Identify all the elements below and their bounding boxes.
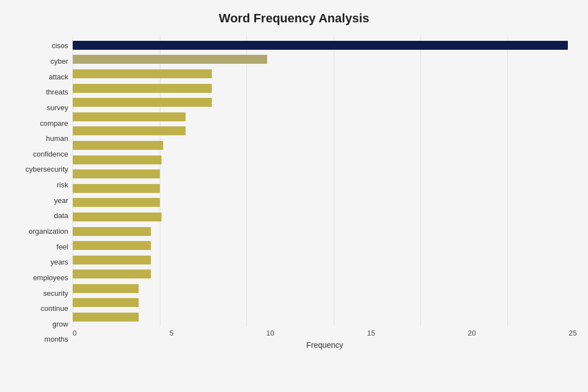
x-tick-15: 15 xyxy=(367,329,375,337)
bar-risk xyxy=(73,169,160,178)
y-label-human: human xyxy=(46,133,68,145)
y-label-data: data xyxy=(54,210,68,222)
bar-row-employees xyxy=(73,254,577,266)
x-axis: 0510152025 xyxy=(73,327,577,337)
y-label-feel: feel xyxy=(56,240,68,253)
bars-area xyxy=(73,36,577,327)
bar-row-cybersecurity xyxy=(73,154,577,166)
chart-area: cisoscyberattackthreatssurveycomparehuma… xyxy=(11,36,577,350)
bar-organization xyxy=(73,212,162,221)
y-label-confidence: confidence xyxy=(33,148,68,160)
bar-security xyxy=(73,270,151,278)
bar-cisos xyxy=(73,41,568,50)
bar-years xyxy=(73,241,151,250)
bar-row-continue xyxy=(73,282,577,295)
y-label-threats: threats xyxy=(46,86,68,98)
y-label-attack: attack xyxy=(49,70,68,83)
bar-compare xyxy=(73,112,186,121)
bar-human xyxy=(73,126,186,135)
bar-attack xyxy=(73,69,212,78)
bar-year xyxy=(73,184,160,193)
bar-row-cisos xyxy=(73,39,577,51)
y-label-survey: survey xyxy=(47,101,68,114)
bar-row-feel xyxy=(73,225,577,238)
y-label-cisos: cisos xyxy=(51,40,68,52)
bar-row-year xyxy=(73,182,577,195)
bars-and-xaxis: 0510152025 Frequency xyxy=(73,36,577,350)
y-label-organization: organization xyxy=(29,225,68,238)
y-label-grow: grow xyxy=(53,318,68,330)
y-label-years: years xyxy=(50,256,68,268)
y-label-compare: compare xyxy=(40,117,68,129)
x-tick-0: 0 xyxy=(73,329,77,337)
bar-data xyxy=(73,198,160,207)
bar-row-cyber xyxy=(73,53,577,65)
bar-grow xyxy=(73,298,139,307)
bar-row-attack xyxy=(73,68,577,80)
bar-cybersecurity xyxy=(73,155,162,164)
y-label-risk: risk xyxy=(57,179,68,191)
chart-title: Word Frequency Analysis xyxy=(11,11,577,26)
bar-row-compare xyxy=(73,111,577,123)
x-tick-10: 10 xyxy=(266,329,274,337)
bar-row-data xyxy=(73,196,577,209)
bar-row-human xyxy=(73,125,577,137)
bar-survey xyxy=(73,98,212,107)
y-axis: cisoscyberattackthreatssurveycomparehuma… xyxy=(11,36,73,350)
x-tick-25: 25 xyxy=(568,329,576,337)
x-tick-20: 20 xyxy=(468,329,476,337)
bar-row-years xyxy=(73,239,577,252)
bar-row-security xyxy=(73,268,577,280)
bar-row-confidence xyxy=(73,139,577,152)
y-label-employees: employees xyxy=(33,271,68,284)
y-label-months: months xyxy=(44,333,68,346)
x-axis-label: Frequency xyxy=(73,341,577,350)
bar-feel xyxy=(73,227,151,236)
bar-continue xyxy=(73,284,139,293)
y-label-continue: continue xyxy=(41,303,68,315)
bars-column xyxy=(73,36,577,327)
bar-row-survey xyxy=(73,96,577,108)
bar-threats xyxy=(73,84,212,93)
y-label-cybersecurity: cybersecurity xyxy=(25,163,68,176)
y-label-cyber: cyber xyxy=(50,55,68,67)
bar-row-months xyxy=(73,311,577,323)
bar-row-organization xyxy=(73,211,577,223)
chart-container: Word Frequency Analysis cisoscyberattack… xyxy=(0,0,588,392)
bar-employees xyxy=(73,256,151,265)
x-tick-5: 5 xyxy=(169,329,173,337)
bar-row-grow xyxy=(73,296,577,309)
y-label-year: year xyxy=(54,194,68,206)
y-label-security: security xyxy=(43,287,68,299)
bar-row-risk xyxy=(73,168,577,180)
bar-confidence xyxy=(73,141,163,150)
bar-cyber xyxy=(73,55,267,64)
bar-months xyxy=(73,313,139,322)
bar-row-threats xyxy=(73,82,577,95)
